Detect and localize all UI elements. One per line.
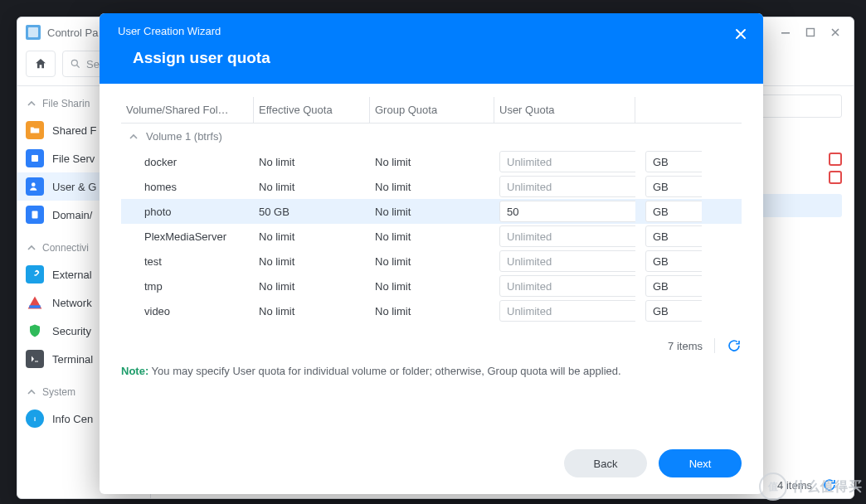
back-button[interactable]: Back <box>564 449 647 477</box>
cell-group: No limit <box>370 230 494 243</box>
table-row[interactable]: homesNo limitNo limitGB▾ <box>121 174 742 199</box>
unit-select[interactable]: GB▾ <box>645 151 702 172</box>
cell-effective: No limit <box>254 181 370 193</box>
item-count: 7 items <box>668 340 703 352</box>
wizard-body: Volume/Shared Fol… Effective Quota Group… <box>100 84 763 434</box>
cell-user <box>494 176 635 197</box>
wizard-actions: Back Next <box>100 434 763 494</box>
cell-unit: GB▾ <box>635 300 702 322</box>
cell-group: No limit <box>370 280 494 293</box>
user-quota-input[interactable] <box>499 151 635 172</box>
col-unit <box>635 104 702 117</box>
refresh-icon <box>727 338 742 353</box>
wizard-header: User Creation Wizard Assign user quota <box>100 13 763 84</box>
cell-effective: 50 GB <box>254 206 370 218</box>
cell-folder: photo <box>121 206 254 218</box>
watermark-text: 什么值得买 <box>792 478 863 496</box>
cell-folder: video <box>121 305 254 317</box>
refresh-button[interactable] <box>714 338 742 353</box>
cell-effective: No limit <box>254 230 370 243</box>
col-folder[interactable]: Volume/Shared Fol… <box>121 97 254 123</box>
table-row[interactable]: tmpNo limitNo limitGB▾ <box>121 274 742 298</box>
unit-select[interactable]: GB▾ <box>645 225 702 247</box>
table-row[interactable]: testNo limitNo limitGB▾ <box>121 249 742 274</box>
table-header: Volume/Shared Fol… Effective Quota Group… <box>121 97 742 124</box>
col-user[interactable]: User Quota <box>494 97 635 123</box>
chevron-up-icon <box>129 133 138 141</box>
close-icon <box>735 28 747 40</box>
cell-group: No limit <box>370 305 494 317</box>
cell-folder: test <box>121 255 254 268</box>
wizard-title: User Creation Wizard <box>118 25 745 37</box>
unit-select[interactable]: GB▾ <box>645 275 702 297</box>
cell-group: No limit <box>370 255 494 268</box>
quota-note: Note: You may specify User quota for ind… <box>121 365 742 377</box>
unit-select[interactable]: GB▾ <box>645 300 702 322</box>
cell-folder: tmp <box>121 280 254 293</box>
col-group[interactable]: Group Quota <box>370 97 494 123</box>
cell-unit: GB▾ <box>635 275 702 297</box>
user-quota-input[interactable] <box>499 300 635 322</box>
table-row[interactable]: videoNo limitNo limitGB▾ <box>121 298 742 323</box>
cell-group: No limit <box>370 156 494 168</box>
user-quota-input[interactable] <box>499 225 635 247</box>
table-footer: 7 items <box>121 338 742 353</box>
cell-unit: GB▾ <box>635 225 702 247</box>
note-label: Note: <box>121 365 148 377</box>
cell-user <box>494 151 635 172</box>
cell-effective: No limit <box>254 156 370 168</box>
cell-user <box>494 300 635 322</box>
cell-group: No limit <box>370 181 494 193</box>
cell-effective: No limit <box>254 255 370 268</box>
cell-group: No limit <box>370 206 494 218</box>
unit-select[interactable]: GB▾ <box>645 176 702 197</box>
note-text: You may specify User quota for individua… <box>148 365 620 377</box>
quota-table: Volume/Shared Fol… Effective Quota Group… <box>121 97 742 323</box>
cell-effective: No limit <box>254 280 370 293</box>
unit-select[interactable]: GB▾ <box>645 201 702 222</box>
col-effective[interactable]: Effective Quota <box>254 97 370 123</box>
wizard-close-button[interactable] <box>730 23 752 45</box>
cell-unit: GB▾ <box>635 176 702 197</box>
user-quota-input[interactable] <box>499 275 635 297</box>
cell-unit: GB▾ <box>635 151 702 172</box>
volume-label: Volume 1 (btrfs) <box>146 130 222 143</box>
cell-folder: docker <box>121 156 254 168</box>
cell-user <box>494 201 635 222</box>
user-quota-input[interactable] <box>499 201 635 222</box>
user-creation-wizard: User Creation Wizard Assign user quota V… <box>100 13 763 494</box>
cell-user <box>494 225 635 247</box>
next-button[interactable]: Next <box>659 449 742 477</box>
volume-group-row[interactable]: Volume 1 (btrfs) <box>121 124 742 149</box>
watermark: 值 什么值得买 <box>759 472 863 501</box>
cell-user <box>494 250 635 272</box>
user-quota-input[interactable] <box>499 250 635 272</box>
table-body: dockerNo limitNo limitGB▾homesNo limitNo… <box>121 149 742 323</box>
modal-overlay: User Creation Wizard Assign user quota V… <box>0 0 866 504</box>
cell-unit: GB▾ <box>635 250 702 272</box>
cell-unit: GB▾ <box>635 201 702 222</box>
watermark-icon: 值 <box>759 472 787 501</box>
table-row[interactable]: PlexMediaServerNo limitNo limitGB▾ <box>121 224 742 249</box>
cell-folder: homes <box>121 181 254 193</box>
unit-select[interactable]: GB▾ <box>645 250 702 272</box>
table-row[interactable]: dockerNo limitNo limitGB▾ <box>121 149 742 174</box>
cell-effective: No limit <box>254 305 370 317</box>
cell-user <box>494 275 635 297</box>
table-row[interactable]: photo50 GBNo limitGB▾ <box>121 199 742 224</box>
cell-folder: PlexMediaServer <box>121 230 254 243</box>
wizard-step-title: Assign user quota <box>133 49 745 67</box>
user-quota-input[interactable] <box>499 176 635 197</box>
